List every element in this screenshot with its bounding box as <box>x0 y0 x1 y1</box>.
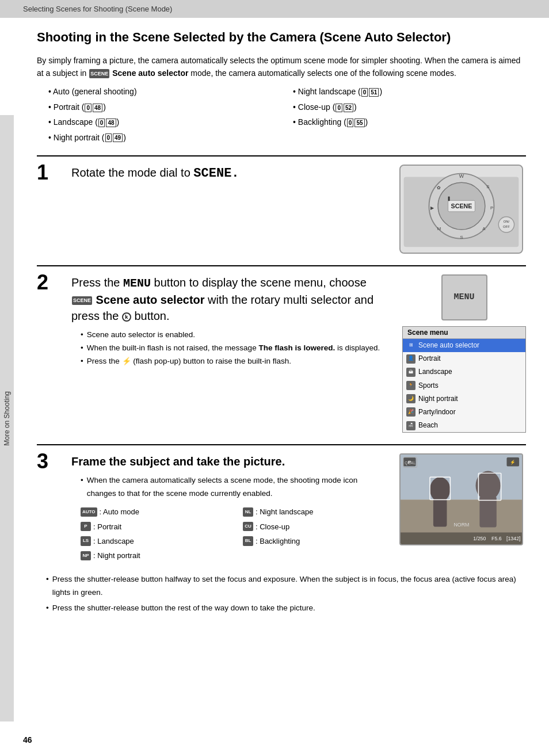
step-2-number: 2 <box>37 272 60 293</box>
menu-item-sports: 🏃 Sports <box>403 379 525 392</box>
menu-button-image: MENU <box>441 274 487 320</box>
step-1-title: Rotate the mode dial to SCENE. <box>71 165 388 183</box>
step-2-title: Press the MENU button to display the sce… <box>71 274 391 324</box>
svg-text:S: S <box>486 184 489 189</box>
page-title: Shooting in the Scene Selected by the Ca… <box>37 29 526 46</box>
svg-point-23 <box>476 471 501 501</box>
intro-paragraph: By simply framing a picture, the camera … <box>37 54 526 80</box>
menu-item-landscape: 🏔 Landscape <box>403 365 525 379</box>
svg-text:NORM: NORM <box>453 522 469 528</box>
step-2-bullet-3: Press the ⚡ (flash pop-up) button to rai… <box>81 355 391 368</box>
scene-auto-selector-label: Scene auto selector <box>96 293 205 306</box>
camera-dial-image: SCENE W S P A S M ▶ ✿ ON/ OFF <box>399 165 523 254</box>
step-2-bullet-1: Scene auto selector is enabled. <box>81 329 391 342</box>
svg-text:QUAL: QUAL <box>405 461 415 465</box>
list-item: Landscape (048) <box>48 116 281 128</box>
svg-text:1/250: 1/250 <box>473 536 486 541</box>
svg-text:▶: ▶ <box>430 205 434 211</box>
svg-text:✿: ✿ <box>437 185 441 190</box>
party-icon: 🎉 <box>406 407 415 417</box>
menu-item-night-portrait: 🌙 Night portrait <box>403 392 525 406</box>
step-2-images: MENU Scene menu ⊞ Scene auto selector 👤 … <box>402 274 526 433</box>
svg-text:⚡: ⚡ <box>510 459 516 465</box>
step-3-title: Frame the subject and take the picture. <box>71 453 388 469</box>
ok-button-icon: k <box>122 312 131 322</box>
step-2-bullet-2: When the built-in flash is not raised, t… <box>81 342 391 355</box>
icon-night-portrait: NP : Night portrait <box>81 549 226 562</box>
svg-rect-19 <box>401 455 522 500</box>
step-3-intro-bullet: When the camera automatically selects a … <box>81 474 388 501</box>
top-bar: Selecting Scenes for Shooting (Scene Mod… <box>0 0 549 18</box>
beach-icon: 🏖 <box>406 421 415 430</box>
svg-rect-24 <box>479 497 496 528</box>
icon-backlight: BL : Backlighting <box>243 534 388 548</box>
svg-text:[1342]: [1342] <box>506 536 521 541</box>
svg-rect-31 <box>401 533 522 545</box>
step-3-intro: When the camera automatically selects a … <box>81 474 388 501</box>
svg-point-21 <box>430 478 450 502</box>
icon-grid: AUTO : Auto mode NL : Night landscape P … <box>81 505 388 563</box>
menu-item-portrait: 👤 Portrait <box>403 352 525 365</box>
icon-landscape: LS : Landscape <box>81 534 226 548</box>
svg-text:F5.6: F5.6 <box>491 536 502 541</box>
svg-text:A: A <box>482 226 486 231</box>
svg-text:OFF: OFF <box>503 225 510 228</box>
list-item: Portrait (048) <box>48 101 281 113</box>
step-3-bullet-2: Press the shutter-release button the res… <box>46 602 526 615</box>
scene-menu-image: Scene menu ⊞ Scene auto selector 👤 Portr… <box>402 326 526 433</box>
step-3-image: P ⚡ NORM 1/250 F5.6 [1342] <box>399 453 526 545</box>
scene-word: SCENE. <box>193 166 239 181</box>
svg-rect-22 <box>433 499 447 527</box>
icon-portrait: P : Portrait <box>81 520 226 533</box>
list-item: Night portrait (049) <box>48 131 281 144</box>
scene-modes-list: Auto (general shooting) Night landscape … <box>48 85 526 144</box>
svg-text:W: W <box>459 173 464 179</box>
sports-icon: 🏃 <box>406 381 415 390</box>
svg-text:M: M <box>437 226 441 231</box>
scene-menu-title: Scene menu <box>403 327 525 339</box>
auto-icon: AUTO <box>81 507 97 517</box>
list-item: Close-up (052) <box>293 101 526 113</box>
night-portrait-cam-icon: NP <box>81 551 91 560</box>
step-2-content: Press the MENU button to display the sce… <box>71 274 391 372</box>
backlighting-icon: BL <box>243 536 253 545</box>
icon-closeup: CU : Close-up <box>243 520 388 533</box>
step-3-content: Frame the subject and take the picture. … <box>71 453 388 567</box>
scene-auto-icon: ⊞ <box>406 341 415 350</box>
menu-item-scene-auto: ⊞ Scene auto selector <box>403 339 525 352</box>
step-1-image: SCENE W S P A S M ▶ ✿ ON/ OFF <box>399 165 526 254</box>
night-landscape-icon: NL <box>243 507 253 517</box>
page-number: 46 <box>23 735 32 744</box>
svg-text:SCENE: SCENE <box>451 203 472 209</box>
portrait-cam-icon: P <box>81 522 91 531</box>
list-item: Backlighting (055) <box>293 116 526 128</box>
step-3-bottom-bullets: Press the shutter-release button halfway… <box>46 573 526 615</box>
svg-rect-17 <box>448 197 450 201</box>
menu-word: MENU <box>123 277 151 290</box>
icon-night-landscape: NL : Night landscape <box>243 505 388 518</box>
svg-text:S: S <box>460 235 463 240</box>
svg-text:P: P <box>490 205 493 211</box>
portrait-icon: 👤 <box>406 354 415 364</box>
step-1-number: 1 <box>37 162 60 183</box>
sidebar: More on Shooting <box>0 115 14 721</box>
icon-auto: AUTO : Auto mode <box>81 505 226 518</box>
step-3-top: 3 Frame the subject and take the picture… <box>37 453 526 567</box>
landscape-icon: 🏔 <box>406 368 415 377</box>
page: Selecting Scenes for Shooting (Scene Mod… <box>0 0 549 756</box>
svg-text:ON/: ON/ <box>504 220 510 223</box>
step-3-number: 3 <box>37 451 60 472</box>
menu-item-party: 🎉 Party/indoor <box>403 406 525 419</box>
step-2-inner: 2 Press the MENU button to display the s… <box>37 274 526 433</box>
closeup-icon: CU <box>243 522 253 531</box>
viewfinder-image: P ⚡ NORM 1/250 F5.6 [1342] <box>399 453 523 545</box>
menu-item-beach: 🏖 Beach <box>403 419 525 432</box>
night-portrait-icon: 🌙 <box>406 394 415 403</box>
step-2-section: 2 Press the MENU button to display the s… <box>37 265 526 433</box>
list-item: Auto (general shooting) <box>48 85 281 98</box>
main-content: Shooting in the Scene Selected by the Ca… <box>14 18 549 640</box>
list-item: Night landscape (051) <box>293 85 526 98</box>
step-2-bullets: Scene auto selector is enabled. When the… <box>81 329 391 368</box>
landscape-cam-icon: LS <box>81 536 91 545</box>
top-bar-label: Selecting Scenes for Shooting (Scene Mod… <box>23 5 172 13</box>
